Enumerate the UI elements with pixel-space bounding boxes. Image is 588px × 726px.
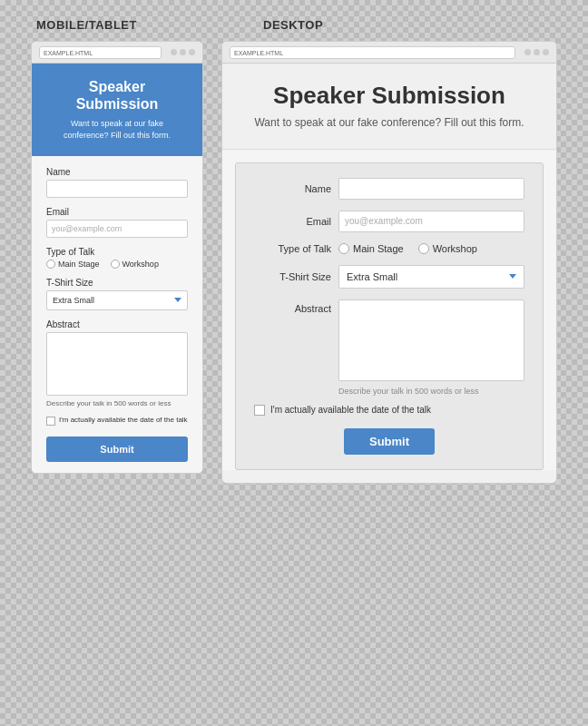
desktop-abstract-label: Abstract bbox=[254, 299, 331, 314]
mobile-abstract-label: Abstract bbox=[46, 319, 188, 329]
mobile-page-title: Speaker Submission bbox=[50, 78, 184, 113]
desktop-abstract-textarea[interactable] bbox=[338, 299, 524, 381]
mobile-talk-type-label: Type of Talk bbox=[46, 247, 188, 257]
desktop-tshirt-label: T-Shirt Size bbox=[254, 271, 331, 282]
desktop-abstract-row: Abstract bbox=[254, 299, 524, 381]
desktop-abstract-hint: Describe your talk in 500 words or less bbox=[338, 387, 524, 396]
desktop-name-label: Name bbox=[254, 183, 331, 194]
mobile-available-checkbox[interactable] bbox=[46, 417, 55, 426]
mobile-label: MOBILE/TABLET bbox=[36, 18, 209, 32]
desktop-email-input[interactable]: you@example.com bbox=[338, 211, 524, 232]
desktop-radio-main-stage-label: Main Stage bbox=[353, 243, 404, 254]
desktop-email-placeholder: you@example.com bbox=[345, 216, 423, 226]
desktop-tshirt-select[interactable]: Extra Small bbox=[338, 265, 524, 289]
desktop-form-section: Name Email you@example.com Type of Talk bbox=[235, 162, 544, 470]
desktop-radio-group: Main Stage Workshop bbox=[338, 243, 524, 254]
mobile-available-label: I'm actually available the date of the t… bbox=[59, 416, 188, 425]
mobile-radio-workshop-label: Workshop bbox=[122, 260, 159, 269]
desktop-submit-label: Submit bbox=[369, 435, 409, 448]
mobile-radio-main-stage[interactable]: Main Stage bbox=[46, 260, 100, 269]
desktop-radio-main-stage[interactable]: Main Stage bbox=[338, 243, 404, 254]
desktop-talk-type-label: Type of Talk bbox=[254, 243, 331, 254]
mobile-page-description: Want to speak at our fake conference? Fi… bbox=[50, 118, 184, 141]
mobile-abstract-hint: Describe your talk in 500 words or less bbox=[46, 399, 188, 408]
mobile-form-body: Name Email you@example.com Type of Talk … bbox=[32, 156, 202, 473]
mobile-submit-label: Submit bbox=[100, 444, 133, 455]
mobile-panel: EXAMPLE.HTML Speaker Submission Want to … bbox=[31, 41, 203, 474]
desktop-page-title: Speaker Submission bbox=[250, 82, 529, 110]
mobile-tshirt-label: T-Shirt Size bbox=[46, 278, 188, 288]
mobile-dot-2 bbox=[180, 49, 186, 55]
mobile-radio-main-stage-label: Main Stage bbox=[58, 260, 100, 269]
mobile-browser-dots bbox=[171, 49, 195, 55]
desktop-select-arrow-icon bbox=[509, 274, 516, 279]
mobile-email-label: Email bbox=[46, 207, 188, 217]
desktop-name-row: Name bbox=[254, 178, 524, 200]
mobile-browser-toolbar: EXAMPLE.HTML bbox=[32, 42, 202, 64]
desktop-dot-3 bbox=[543, 49, 549, 55]
mobile-radio-workshop[interactable]: Workshop bbox=[111, 260, 159, 269]
mobile-name-label: Name bbox=[46, 167, 188, 177]
mobile-radio-circle-workshop bbox=[111, 260, 120, 269]
desktop-radio-workshop-label: Workshop bbox=[433, 243, 477, 254]
mobile-content: Speaker Submission Want to speak at our … bbox=[32, 64, 202, 473]
desktop-dot-2 bbox=[534, 49, 540, 55]
desktop-submit-button[interactable]: Submit bbox=[344, 428, 435, 455]
desktop-available-label: I'm actually available the date of the t… bbox=[270, 405, 431, 415]
mobile-url-bar: EXAMPLE.HTML bbox=[39, 46, 162, 59]
desktop-browser-dots bbox=[524, 49, 549, 55]
desktop-name-input[interactable] bbox=[338, 178, 524, 200]
mobile-tshirt-select[interactable]: Extra Small bbox=[46, 290, 188, 310]
desktop-url-bar: EXAMPLE.HTML bbox=[230, 46, 515, 59]
mobile-dot-3 bbox=[189, 49, 195, 55]
desktop-browser-toolbar: EXAMPLE.HTML bbox=[222, 42, 556, 64]
mobile-submit-button[interactable]: Submit bbox=[46, 437, 188, 462]
desktop-tshirt-value: Extra Small bbox=[347, 271, 397, 282]
desktop-header: Speaker Submission Want to speak at our … bbox=[222, 64, 556, 150]
desktop-content: Speaker Submission Want to speak at our … bbox=[222, 64, 556, 470]
desktop-dot-1 bbox=[524, 49, 531, 55]
mobile-email-placeholder: you@example.com bbox=[52, 224, 122, 233]
mobile-browser-window: EXAMPLE.HTML Speaker Submission Want to … bbox=[31, 41, 203, 474]
desktop-tshirt-row: T-Shirt Size Extra Small bbox=[254, 265, 524, 289]
mobile-radio-group: Main Stage Workshop bbox=[46, 260, 188, 269]
mobile-tshirt-value: Extra Small bbox=[53, 296, 94, 305]
desktop-radio-workshop[interactable]: Workshop bbox=[418, 243, 477, 254]
desktop-radio-circle-main bbox=[338, 243, 349, 254]
desktop-email-label: Email bbox=[254, 216, 331, 227]
mobile-email-input[interactable]: you@example.com bbox=[46, 220, 188, 238]
mobile-name-input[interactable] bbox=[46, 180, 188, 198]
desktop-email-row: Email you@example.com bbox=[254, 211, 524, 232]
desktop-available-checkbox[interactable] bbox=[254, 405, 265, 416]
mobile-header: Speaker Submission Want to speak at our … bbox=[32, 64, 202, 156]
mobile-radio-circle-main bbox=[46, 260, 55, 269]
desktop-checkbox-row: I'm actually available the date of the t… bbox=[254, 405, 524, 416]
desktop-browser-window: EXAMPLE.HTML Speaker Submission Want to … bbox=[221, 41, 557, 484]
desktop-radio-circle-workshop bbox=[418, 243, 429, 254]
mobile-dot-1 bbox=[171, 49, 177, 55]
mobile-select-arrow-icon bbox=[174, 298, 181, 302]
mobile-abstract-textarea[interactable] bbox=[46, 332, 188, 396]
desktop-talk-type-row: Type of Talk Main Stage Workshop bbox=[254, 243, 524, 254]
desktop-panel: EXAMPLE.HTML Speaker Submission Want to … bbox=[221, 41, 557, 484]
desktop-page-description: Want to speak at our fake conference? Fi… bbox=[250, 115, 529, 131]
mobile-checkbox-row: I'm actually available the date of the t… bbox=[46, 416, 188, 426]
desktop-label: DESKTOP bbox=[263, 18, 323, 32]
